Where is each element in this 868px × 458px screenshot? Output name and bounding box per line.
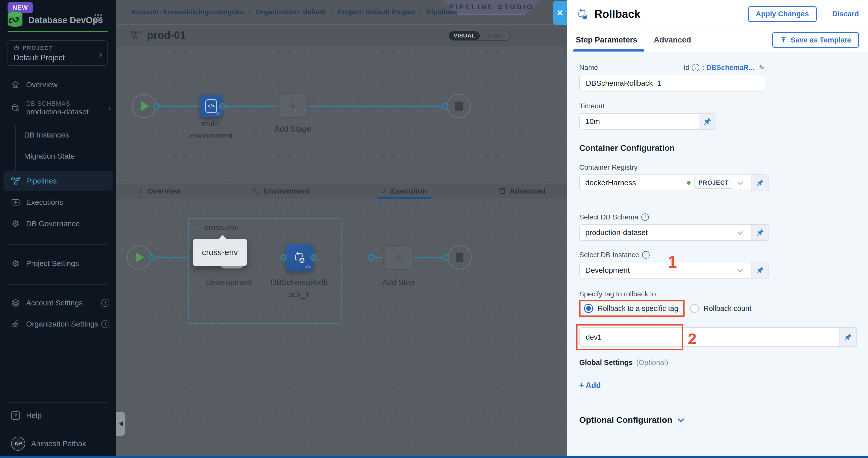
add-stage-node[interactable]: + — [278, 93, 308, 118]
add-step-label: Add Step — [373, 276, 424, 288]
runtime-input-toggle[interactable] — [839, 328, 857, 346]
name-label: Name — [579, 64, 598, 72]
pipeline-end-node — [447, 94, 471, 118]
sidebar-item-label: Help — [26, 411, 42, 420]
add-step-node[interactable]: + — [383, 245, 414, 270]
tab-environment[interactable]: Environment — [252, 183, 309, 199]
db-schema-select[interactable]: production-dataset — [580, 225, 751, 240]
sidebar-item-account-settings[interactable]: Account Settings i — [0, 293, 116, 313]
select-db-schema-label-row: Select DB Schema i — [579, 213, 868, 221]
tab-execution[interactable]: ✓ Execution — [381, 183, 427, 199]
timeout-input[interactable]: 10m — [580, 114, 699, 129]
check-icon: ✓ — [381, 187, 387, 195]
dotted-connector — [244, 256, 282, 258]
global-settings-optional: (Optional) — [636, 359, 668, 367]
sidebar-item-superlabel: DB SCHEMAS — [26, 100, 89, 107]
db-instance-select[interactable]: Development — [580, 263, 751, 278]
user-name: Animesh Pathak — [31, 439, 86, 448]
runtime-input-toggle[interactable] — [699, 114, 716, 129]
close-drawer-button[interactable]: × — [553, 1, 567, 25]
sidebar-item-label: Project Settings — [26, 259, 79, 268]
step-config-panel: Rollback Apply Changes Discard Step Para… — [567, 0, 868, 458]
info-icon[interactable]: i — [642, 251, 650, 259]
tab-overview[interactable]: ✓ Overview — [137, 183, 181, 199]
sidebar-item-pipelines[interactable]: Pipelines — [3, 171, 113, 191]
pipeline-start-node[interactable] — [132, 94, 156, 118]
apply-changes-button[interactable]: Apply Changes — [748, 6, 817, 22]
discard-button[interactable]: Discard — [832, 10, 859, 18]
sidebar-item-label: Organization Settings — [26, 320, 98, 328]
step-node-dbschemarollback[interactable]: </> — [286, 244, 313, 271]
breadcrumb-organization[interactable]: Organization: default — [256, 8, 326, 16]
sidebar-item-overview[interactable]: Overview — [0, 75, 116, 94]
visual-toggle[interactable]: VISUAL — [449, 31, 480, 40]
container-registry-value: dockerHarness — [585, 179, 683, 187]
info-icon: i — [101, 299, 109, 307]
breadcrumb-project[interactable]: Project: Default Project — [338, 8, 415, 16]
sidebar-item-help[interactable]: ? Help — [0, 406, 116, 425]
database-devops-logo-icon[interactable] — [7, 11, 23, 27]
info-icon[interactable]: i — [692, 64, 700, 71]
tab-advanced[interactable]: Advanced — [499, 183, 546, 199]
id-value: : DBSchemaR... — [702, 64, 754, 72]
edit-pipeline-icon[interactable]: ✎ — [194, 30, 201, 40]
pipeline-name: prod-01 — [147, 29, 186, 41]
breadcrumb-account[interactable]: Account: kurosakiichigo.songoku — [131, 8, 244, 16]
collapse-group-icon[interactable]: − — [195, 223, 200, 232]
sidebar-divider — [7, 284, 107, 285]
tab-label: Execution — [391, 187, 427, 195]
execution-start-node — [127, 245, 151, 270]
container-registry-select[interactable]: dockerHarness PROJECT — [580, 175, 751, 190]
connector-line — [414, 257, 444, 258]
sidebar-collapse-handle[interactable] — [116, 412, 125, 436]
sidebar-item-db-schemas[interactable]: DB SCHEMAS production-dataset › — [0, 96, 116, 120]
step-group-header[interactable]: − cross-env — [195, 223, 238, 232]
project-selector-value: Default Project — [13, 53, 101, 62]
optional-configuration-row[interactable]: Optional Configuration — [579, 415, 868, 425]
annotation-1: 1 — [668, 252, 677, 272]
sidebar-item-organization-settings[interactable]: Organization Settings i — [0, 314, 116, 334]
save-as-template-button[interactable]: Save as Template — [772, 32, 859, 48]
connector-port — [442, 254, 449, 261]
project-selector[interactable]: PROJECT Default Project › — [7, 40, 107, 66]
sidebar-item-project-settings[interactable]: ⚙ Project Settings — [0, 254, 116, 273]
tag-input[interactable] — [580, 328, 839, 346]
select-db-instance-label-row: Select DB Instance i — [579, 251, 868, 259]
tab-label: Environment — [264, 187, 309, 195]
connector-port — [149, 254, 155, 261]
sidebar-item-user[interactable]: AP Animesh Pathak — [0, 434, 116, 454]
stage-node-label: multi-environment — [185, 118, 238, 142]
radio-rollback-specific-tag[interactable] — [584, 304, 593, 313]
tab-step-parameters[interactable]: Step Parameters — [576, 28, 637, 52]
edit-id-icon[interactable]: ✎ — [759, 63, 765, 72]
breadcrumb-separator: › — [420, 8, 422, 16]
scope-badge: PROJECT — [694, 177, 733, 189]
sidebar-item-label: Executions — [26, 198, 63, 207]
sidebar-item-executions[interactable]: Executions — [0, 192, 116, 212]
connector-port — [153, 103, 160, 110]
connector-line — [223, 105, 278, 107]
sidebar-item-db-instances[interactable]: DB Instances — [0, 125, 116, 145]
db-schema-group: production-dataset — [579, 224, 769, 241]
sidebar-item-db-governance[interactable]: ⚙ DB Governance — [0, 214, 116, 234]
chevron-right-icon: › — [344, 186, 346, 196]
runtime-input-toggle[interactable] — [751, 263, 769, 278]
name-input[interactable] — [579, 75, 765, 92]
play-icon — [136, 253, 144, 262]
sidebar-item-migration-state[interactable]: Migration State — [0, 146, 116, 166]
runtime-input-toggle[interactable] — [751, 225, 769, 240]
tab-advanced-panel[interactable]: Advanced — [654, 28, 691, 52]
rollback-mode-radio-group: Rollback to a specific tag Rollback coun… — [579, 300, 868, 317]
radio-rollback-count[interactable] — [690, 304, 699, 313]
radio-label: Rollback count — [704, 304, 751, 313]
stage-tabs: ✓ Overview › Environment › ✓ Execution ›… — [116, 183, 567, 199]
runtime-input-toggle[interactable] — [751, 175, 769, 190]
check-icon: ✓ — [137, 187, 144, 195]
step-group-cross-env — [188, 218, 342, 324]
add-global-setting-link[interactable]: + Add — [579, 381, 601, 390]
yaml-toggle[interactable]: YAML — [480, 31, 510, 40]
chevron-down-icon — [738, 267, 743, 273]
app-switcher-icon[interactable] — [94, 14, 102, 22]
rollback-tag-section: 1 Specify tag to rollback to Rollback to… — [579, 290, 868, 317]
info-icon[interactable]: i — [641, 213, 649, 221]
